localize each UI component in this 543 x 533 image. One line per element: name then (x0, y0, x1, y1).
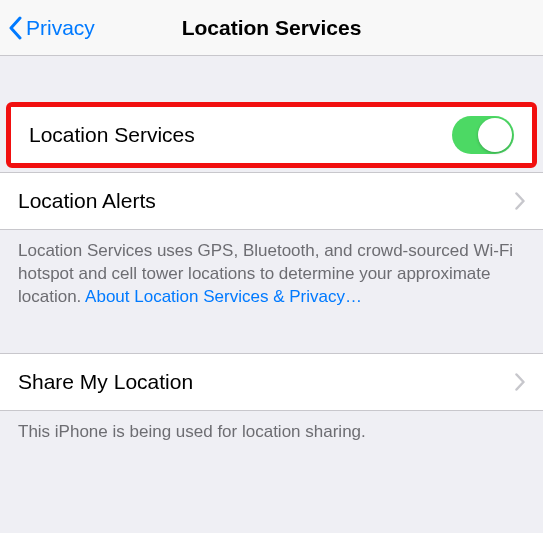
row-share-my-location[interactable]: Share My Location (0, 353, 543, 411)
chevron-left-icon (8, 16, 22, 40)
section-spacer (0, 325, 543, 353)
nav-bar: Privacy Location Services (0, 0, 543, 56)
row-location-alerts[interactable]: Location Alerts (0, 172, 543, 230)
back-label: Privacy (26, 16, 95, 40)
row-label: Share My Location (18, 370, 193, 394)
highlight-annotation: Location Services (6, 102, 537, 168)
section-spacer (0, 56, 543, 102)
toggle-knob (478, 118, 512, 152)
footer-text: This iPhone is being used for location s… (18, 422, 366, 441)
row-location-services[interactable]: Location Services (11, 107, 532, 163)
about-privacy-link[interactable]: About Location Services & Privacy… (85, 287, 362, 306)
location-services-toggle[interactable] (452, 116, 514, 154)
chevron-right-icon (515, 373, 525, 391)
row-label: Location Services (29, 123, 195, 147)
section-footer-1: Location Services uses GPS, Bluetooth, a… (0, 230, 543, 325)
back-button[interactable]: Privacy (8, 16, 95, 40)
section-footer-2: This iPhone is being used for location s… (0, 411, 543, 460)
chevron-right-icon (515, 192, 525, 210)
page-title: Location Services (182, 16, 362, 40)
row-label: Location Alerts (18, 189, 156, 213)
